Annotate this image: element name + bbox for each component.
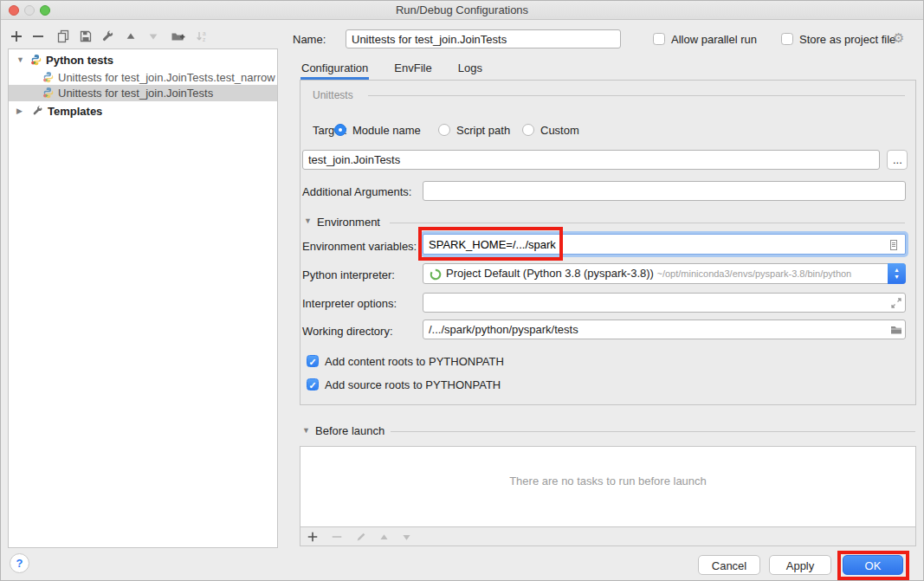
zoom-window-button[interactable] — [40, 5, 50, 16]
before-launch-panel: There are no tasks to run before launch — [300, 446, 916, 546]
move-down-button[interactable] — [145, 28, 162, 45]
target-module-name-label: Module name — [352, 124, 421, 137]
target-script-path-label: Script path — [456, 124, 510, 137]
browse-folder-icon[interactable] — [889, 323, 903, 337]
unittests-group-label: Unittests — [313, 89, 353, 101]
wrench-icon — [101, 29, 115, 43]
close-window-button[interactable] — [9, 5, 19, 16]
additional-arguments-input[interactable] — [423, 181, 906, 201]
apply-button[interactable]: Apply — [769, 555, 831, 575]
wrench-icon — [32, 105, 44, 117]
titlebar: Run/Debug Configurations — [1, 1, 923, 20]
chevron-down-icon: ▼ — [894, 274, 900, 281]
module-name-input[interactable] — [302, 150, 880, 170]
allow-parallel-run-checkbox[interactable] — [653, 33, 665, 45]
tree-item-unittests-test-narrow[interactable]: Unittests for test_join.JoinTests.test_n… — [9, 69, 277, 86]
cancel-button[interactable]: Cancel — [698, 555, 760, 575]
create-folder-button[interactable] — [169, 28, 186, 45]
group-separator — [391, 431, 915, 432]
add-icon — [307, 531, 319, 543]
environment-collapse-icon[interactable]: ▼ — [304, 216, 312, 225]
svg-text:a: a — [203, 30, 206, 36]
interpreter-options-label: Interpreter options: — [302, 297, 397, 310]
python-interpreter-combobox[interactable]: Project Default (Python 3.8 (pyspark-3.8… — [423, 263, 906, 284]
before-launch-edit-button[interactable] — [352, 528, 370, 545]
python-tests-icon — [30, 54, 42, 66]
sort-alpha-icon: az — [195, 29, 209, 43]
copy-configuration-button[interactable] — [55, 28, 72, 45]
expand-field-icon[interactable] — [889, 296, 903, 310]
interpreter-options-input[interactable] — [423, 293, 906, 313]
tree-item-label: Unittests for test_join.JoinTests.test_n… — [58, 69, 275, 86]
environment-group-label: Environment — [317, 216, 380, 229]
tab-configuration[interactable]: Configuration — [300, 61, 369, 80]
python-interpreter-label: Python interpreter: — [302, 268, 395, 281]
move-up-button[interactable] — [122, 28, 139, 45]
before-launch-remove-button[interactable] — [328, 528, 346, 545]
before-launch-move-up-button[interactable] — [375, 528, 392, 545]
tab-logs[interactable]: Logs — [457, 61, 483, 80]
group-separator — [368, 95, 905, 96]
name-input[interactable] — [346, 29, 621, 48]
additional-arguments-label: Additional Arguments: — [302, 185, 411, 198]
working-directory-input[interactable] — [423, 320, 906, 339]
edit-templates-button[interactable] — [100, 28, 117, 45]
python-tests-icon — [42, 87, 55, 99]
browse-module-button[interactable]: ... — [887, 150, 908, 170]
sort-configurations-button[interactable]: az — [193, 28, 210, 45]
configuration-panel: Unittests Target: Module name Script pat… — [300, 80, 916, 405]
store-as-project-file-label: Store as project file — [799, 33, 895, 46]
save-configuration-button[interactable] — [77, 28, 94, 45]
chevron-right-icon[interactable]: ▶ — [16, 103, 23, 119]
save-icon — [79, 29, 93, 43]
svg-text:z: z — [203, 36, 205, 42]
before-launch-move-down-button[interactable] — [397, 528, 415, 545]
tree-item-python-tests[interactable]: ▼ Python tests — [9, 52, 277, 68]
before-launch-add-button[interactable] — [304, 528, 321, 545]
remove-configuration-button[interactable] — [29, 28, 47, 45]
target-custom-label: Custom — [540, 124, 579, 137]
tree-item-unittests-jointests[interactable]: Unittests for test_join.JoinTests — [9, 85, 277, 101]
tree-item-label: Templates — [48, 103, 102, 119]
target-module-name-radio[interactable] — [334, 124, 346, 136]
tab-envfile[interactable]: EnvFile — [393, 61, 432, 80]
window-title: Run/Debug Configurations — [1, 1, 923, 20]
new-folder-icon — [171, 29, 185, 43]
add-content-roots-checkbox[interactable]: ✓ — [307, 355, 319, 367]
python-interpreter-value: Project Default (Python 3.8 (pyspark-3.8… — [446, 267, 851, 280]
gear-icon[interactable]: ⚙ — [893, 30, 904, 46]
tree-item-templates[interactable]: ▶ Templates — [9, 103, 277, 119]
chevron-down-icon[interactable]: ▼ — [16, 52, 24, 68]
add-source-roots-checkbox[interactable]: ✓ — [307, 378, 319, 391]
add-configuration-button[interactable] — [8, 28, 25, 45]
configurations-tree: ▼ Python tests Unittests for test_join.J… — [8, 48, 278, 548]
tree-item-label: Python tests — [46, 52, 113, 68]
allow-parallel-run-label: Allow parallel run — [671, 33, 757, 46]
copy-icon — [56, 29, 70, 43]
before-launch-collapse-icon[interactable]: ▼ — [302, 426, 310, 435]
add-icon — [10, 29, 23, 43]
run-debug-configurations-dialog: Run/Debug Configurations az ▼ — [0, 0, 924, 581]
minimize-window-button[interactable] — [24, 5, 35, 16]
target-custom-radio[interactable] — [522, 124, 534, 136]
pencil-icon — [355, 531, 367, 543]
move-down-icon — [401, 532, 412, 543]
move-up-icon — [378, 532, 390, 543]
environment-variables-field[interactable] — [423, 234, 906, 255]
name-label: Name: — [293, 33, 326, 46]
store-as-project-file-checkbox[interactable] — [781, 33, 793, 45]
chevron-up-icon: ▲ — [894, 267, 900, 274]
remove-icon — [31, 29, 45, 43]
edit-variables-icon[interactable] — [887, 238, 901, 252]
move-down-icon — [147, 30, 159, 42]
help-button[interactable]: ? — [10, 553, 29, 573]
move-up-icon — [125, 30, 137, 42]
ok-button[interactable]: OK — [843, 555, 903, 575]
add-content-roots-label: Add content roots to PYTHONPATH — [325, 355, 504, 368]
question-mark-icon: ? — [16, 557, 23, 570]
environment-variables-input[interactable] — [423, 235, 905, 254]
target-script-path-radio[interactable] — [438, 124, 450, 136]
interpreter-dropdown-stepper[interactable]: ▲▼ — [888, 263, 906, 284]
environment-variables-label: Environment variables: — [302, 240, 417, 253]
before-launch-task-list[interactable]: There are no tasks to run before launch — [300, 447, 915, 527]
